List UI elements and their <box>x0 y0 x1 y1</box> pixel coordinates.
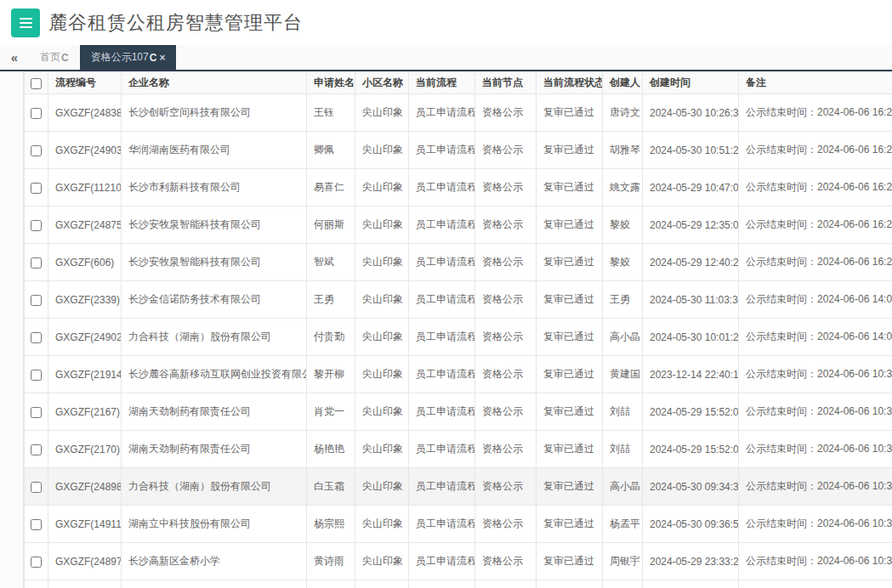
empty-cell <box>409 580 475 588</box>
cell-applicant: 白玉霜 <box>307 468 355 506</box>
table-wrap: 流程编号企业名称申请姓名小区名称当前流程当前节点当前流程状态创建人创建时间备注 … <box>24 71 892 588</box>
cell-company: 湖南天劲制药有限责任公司 <box>122 393 307 431</box>
table-row: GXGZF(24838)长沙创昕空间科技有限公司王钰尖山印象员工申请流程资格公示… <box>25 94 892 132</box>
cell-id: GXGZF(11210) <box>48 169 122 206</box>
tab-home[interactable]: 首页C <box>29 45 80 70</box>
cell-creator: 黎姣 <box>603 244 643 281</box>
cell-remark: 公示结束时间：2024-06-06 14:04:01 <box>739 319 892 356</box>
row-checkbox[interactable] <box>31 220 42 231</box>
cell-status: 复审已通过 <box>537 94 603 132</box>
tab-home-label: 首页 <box>40 50 60 65</box>
refresh-icon[interactable]: C <box>61 52 69 64</box>
column-header: 小区名称 <box>355 72 409 94</box>
cell-created: 2024-05-30 10:01:27 <box>643 319 739 356</box>
row-checkbox[interactable] <box>31 557 42 568</box>
cell-remark: 公示结束时间：2024-06-06 16:23:57 <box>739 206 892 244</box>
empty-cell <box>122 580 307 588</box>
cell-node: 资格公示 <box>475 132 537 169</box>
cell-community: 尖山印象 <box>355 356 409 393</box>
column-header: 备注 <box>739 72 892 94</box>
column-header: 当前流程状态 <box>537 72 603 94</box>
collapse-sidebar-icon[interactable]: « <box>0 45 29 70</box>
row-checkbox[interactable] <box>31 108 42 119</box>
cell-applicant: 付贵勤 <box>307 319 355 356</box>
row-checkbox-cell <box>25 169 48 206</box>
row-checkbox[interactable] <box>31 370 42 381</box>
cell-applicant: 智斌 <box>307 244 355 281</box>
tab-qualification-publicity[interactable]: 资格公示107C× <box>80 45 177 70</box>
close-icon[interactable]: × <box>159 52 165 64</box>
cell-process: 员工申请流程 <box>409 281 475 319</box>
cell-community: 尖山印象 <box>355 543 409 580</box>
cell-applicant: 黎开柳 <box>307 356 355 393</box>
cell-community: 尖山印象 <box>355 206 409 244</box>
table-row: GXGZF(606)长沙安牧泉智能科技有限公司智斌尖山印象员工申请流程资格公示复… <box>25 244 892 281</box>
cell-node: 资格公示 <box>475 356 537 393</box>
cell-node: 资格公示 <box>475 468 537 506</box>
cell-id: GXGZF(606) <box>48 244 122 281</box>
cell-creator: 杨孟平 <box>603 506 643 543</box>
table-row-partial <box>25 580 892 588</box>
column-header: 当前流程 <box>409 72 475 94</box>
select-all-cell <box>25 72 48 94</box>
cell-community: 尖山印象 <box>355 431 409 468</box>
cell-created: 2024-05-30 09:36:52 <box>643 506 739 543</box>
refresh-icon[interactable]: C <box>150 52 157 64</box>
cell-company: 长沙安牧泉智能科技有限公司 <box>122 206 307 244</box>
cell-creator: 周银宇 <box>603 543 643 580</box>
cell-remark: 公示结束时间：2024-06-06 16:24:29 <box>739 132 892 169</box>
cell-company: 湖南天劲制药有限责任公司 <box>122 431 307 468</box>
cell-node: 资格公示 <box>475 393 537 431</box>
cell-company: 力合科技（湖南）股份有限公司 <box>122 319 307 356</box>
cell-created: 2024-05-29 15:52:01 <box>643 393 739 431</box>
row-checkbox[interactable] <box>31 257 42 269</box>
cell-created: 2024-05-29 10:47:04 <box>643 169 739 206</box>
cell-status: 复审已通过 <box>537 356 603 393</box>
menu-icon[interactable] <box>11 8 40 37</box>
cell-applicant: 杨宗熙 <box>307 506 355 543</box>
row-checkbox[interactable] <box>31 482 42 493</box>
row-checkbox[interactable] <box>31 519 42 530</box>
empty-cell <box>307 580 355 588</box>
row-checkbox[interactable] <box>31 444 42 455</box>
cell-created: 2024-05-30 09:34:34 <box>643 468 739 506</box>
left-gutter <box>0 71 24 588</box>
cell-creator: 胡雅琴 <box>603 132 643 169</box>
table-row: GXGZF(11210)长沙市利新科技有限公司易喜仁尖山印象员工申请流程资格公示… <box>25 169 892 206</box>
cell-creator: 刘喆 <box>603 431 643 468</box>
row-checkbox[interactable] <box>31 183 42 194</box>
cell-applicant: 卿佩 <box>307 132 355 169</box>
cell-id: GXGZF(24898) <box>48 468 122 506</box>
select-all-checkbox[interactable] <box>31 78 42 89</box>
cell-applicant: 王钰 <box>307 94 355 132</box>
cell-remark: 公示结束时间：2024-06-06 16:24:40 <box>739 94 892 132</box>
cell-node: 资格公示 <box>475 206 537 244</box>
cell-applicant: 杨艳艳 <box>307 431 355 468</box>
cell-company: 湖南立中科技股份有限公司 <box>122 506 307 543</box>
row-checkbox[interactable] <box>31 407 42 418</box>
table-row: GXGZF(14911)湖南立中科技股份有限公司杨宗熙尖山印象员工申请流程资格公… <box>25 506 892 543</box>
cell-process: 员工申请流程 <box>409 94 475 132</box>
cell-community: 尖山印象 <box>355 94 409 132</box>
cell-community: 尖山印象 <box>355 132 409 169</box>
cell-id: GXGZF(14911) <box>48 506 122 543</box>
table-row: GXGZF(2167)湖南天劲制药有限责任公司肖党一尖山印象员工申请流程资格公示… <box>25 393 892 431</box>
row-checkbox[interactable] <box>31 332 42 343</box>
row-checkbox-cell <box>25 319 48 356</box>
cell-created: 2023-12-14 22:40:18 <box>643 356 739 393</box>
row-checkbox[interactable] <box>31 295 42 306</box>
cell-process: 员工申请流程 <box>409 393 475 431</box>
cell-id: GXGZF(24902) <box>48 319 122 356</box>
row-checkbox[interactable] <box>31 145 42 156</box>
cell-applicant: 王勇 <box>307 281 355 319</box>
table-header-row: 流程编号企业名称申请姓名小区名称当前流程当前节点当前流程状态创建人创建时间备注 <box>25 72 892 94</box>
row-checkbox-cell <box>25 94 48 132</box>
cell-status: 复审已通过 <box>537 506 603 543</box>
row-checkbox-cell <box>25 281 48 319</box>
cell-node: 资格公示 <box>475 244 537 281</box>
cell-node: 资格公示 <box>475 94 537 132</box>
app-header: 麓谷租赁公租房智慧管理平台 <box>0 0 892 45</box>
cell-remark: 公示结束时间：2024-06-06 10:39:30 <box>739 356 892 393</box>
cell-process: 员工申请流程 <box>409 468 475 506</box>
table-row: GXGZF(24875)长沙安牧泉智能科技有限公司何丽斯尖山印象员工申请流程资格… <box>25 206 892 244</box>
